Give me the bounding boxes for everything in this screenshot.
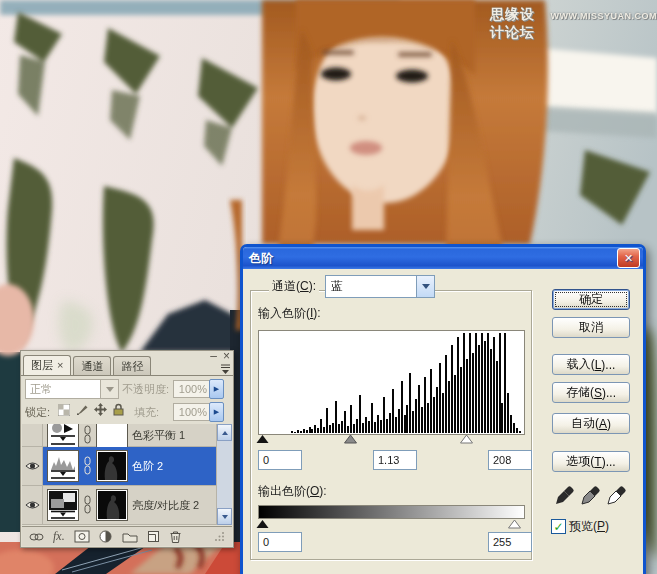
tab-layers[interactable]: 图层× bbox=[23, 355, 71, 375]
output-highlight-slider[interactable] bbox=[508, 519, 521, 529]
layer-name: 色阶 2 bbox=[132, 459, 163, 474]
eye-icon bbox=[25, 461, 40, 471]
screenshot-root: 思缘设计论坛 WWW.MISSYUAN.COM – × 图层× 通道 路径 正常… bbox=[0, 0, 657, 574]
scroll-up-button[interactable] bbox=[217, 424, 232, 441]
white-point-eyedropper-icon[interactable] bbox=[606, 482, 628, 506]
layer-style-fx-icon[interactable]: fx. bbox=[53, 529, 65, 544]
output-levels-label: 输出色阶(O): bbox=[255, 483, 330, 500]
panel-minimize-button[interactable]: – bbox=[210, 351, 217, 361]
input-levels-label: 输入色阶(I): bbox=[255, 305, 324, 322]
tab-paths[interactable]: 路径 bbox=[113, 356, 151, 375]
gray-point-eyedropper-icon[interactable] bbox=[580, 482, 602, 506]
layer-mask-thumbnail[interactable] bbox=[96, 489, 128, 521]
auto-button[interactable]: 自动(A) bbox=[552, 413, 630, 434]
output-gradient-bar bbox=[258, 505, 525, 519]
visibility-toggle[interactable] bbox=[22, 447, 43, 485]
input-sliders bbox=[258, 434, 523, 446]
dialog-titlebar[interactable]: 色阶 ✕ bbox=[243, 247, 643, 269]
lock-transparency-icon[interactable] bbox=[58, 404, 70, 416]
check-icon: ✓ bbox=[553, 521, 563, 533]
watermark-site-url: WWW.MISSYUAN.COM bbox=[551, 11, 657, 21]
input-shadow-slider[interactable] bbox=[256, 434, 269, 444]
mask-link-icon bbox=[83, 455, 92, 477]
link-layers-icon[interactable] bbox=[29, 531, 44, 543]
tab-close-icon[interactable]: × bbox=[57, 359, 63, 371]
layer-row-levels[interactable]: 色阶 2 bbox=[22, 447, 232, 486]
channel-select[interactable]: 蓝 bbox=[325, 275, 435, 298]
adjustment-thumbnail-color-balance[interactable] bbox=[47, 424, 79, 449]
adjustment-thumbnail-brightness-contrast[interactable] bbox=[47, 489, 79, 521]
load-button[interactable]: 载入(L)... bbox=[552, 354, 630, 375]
channel-value: 蓝 bbox=[326, 278, 416, 295]
new-adjustment-layer-icon[interactable] bbox=[99, 530, 113, 543]
layer-mask-thumbnail[interactable] bbox=[96, 424, 128, 449]
fill-value[interactable]: 100% bbox=[173, 403, 211, 421]
visibility-toggle[interactable] bbox=[22, 486, 43, 524]
chevron-down-icon[interactable] bbox=[100, 380, 118, 398]
fill-label: 填充: bbox=[134, 405, 159, 420]
tab-divider bbox=[21, 375, 233, 376]
layers-panel: – × 图层× 通道 路径 正常 不透明度: 100% ▶ 锁定: 填充: bbox=[20, 350, 234, 548]
dialog-close-button[interactable]: ✕ bbox=[617, 248, 640, 268]
dialog-client-area: 通道(C): 蓝 输入色阶(I): 0 1.13 208 输出色阶(O): bbox=[243, 269, 643, 574]
input-highlight-slider[interactable] bbox=[460, 434, 473, 444]
layer-mask-thumbnail[interactable] bbox=[96, 450, 128, 482]
eye-icon bbox=[25, 500, 40, 510]
save-button[interactable]: 存储(S)... bbox=[552, 382, 630, 403]
layers-list: 色彩平衡 1 色阶 2 bbox=[22, 424, 232, 525]
panel-close-button[interactable]: × bbox=[223, 351, 230, 361]
input-gamma-field[interactable]: 1.13 bbox=[373, 450, 417, 470]
preview-checkbox[interactable]: ✓ bbox=[551, 519, 566, 534]
delete-layer-trash-icon[interactable] bbox=[169, 530, 182, 543]
histogram bbox=[258, 330, 525, 435]
blend-mode-select[interactable]: 正常 bbox=[25, 379, 119, 399]
black-point-eyedropper-icon[interactable] bbox=[554, 482, 576, 506]
panel-tabs: 图层× 通道 路径 bbox=[23, 356, 153, 375]
lock-label: 锁定: bbox=[25, 405, 50, 420]
add-mask-icon[interactable] bbox=[74, 530, 90, 543]
layers-panel-footer: fx. bbox=[22, 526, 232, 546]
lock-icons bbox=[58, 403, 124, 416]
mask-link-icon bbox=[83, 494, 92, 516]
adjustment-thumbnail-levels[interactable] bbox=[47, 450, 79, 482]
lock-position-move-icon[interactable] bbox=[94, 403, 107, 416]
opacity-slider-button[interactable]: ▶ bbox=[209, 379, 224, 399]
input-gamma-slider[interactable] bbox=[344, 434, 357, 444]
output-shadow-slider[interactable] bbox=[256, 519, 269, 529]
levels-dialog: 色阶 ✕ 通道(C): 蓝 输入色阶(I): 0 1.13 208 输出色阶(O bbox=[240, 244, 646, 574]
histogram-bars bbox=[261, 333, 522, 433]
blend-mode-value: 正常 bbox=[26, 382, 100, 397]
output-sliders bbox=[258, 519, 523, 531]
fill-slider-button[interactable]: ▶ bbox=[209, 402, 224, 422]
layer-name: 色彩平衡 1 bbox=[132, 428, 185, 443]
lock-all-icon[interactable] bbox=[113, 403, 124, 416]
scroll-down-button[interactable] bbox=[217, 508, 232, 525]
input-shadow-field[interactable]: 0 bbox=[258, 450, 302, 470]
opacity-value[interactable]: 100% bbox=[173, 380, 211, 398]
panel-resize-grip[interactable] bbox=[214, 531, 225, 542]
new-group-folder-icon[interactable] bbox=[122, 531, 138, 543]
cancel-button[interactable]: 取消 bbox=[552, 317, 630, 338]
layers-scrollbar[interactable] bbox=[216, 424, 232, 525]
preview-label: 预览(P) bbox=[566, 518, 612, 535]
mask-link-icon bbox=[83, 424, 92, 446]
new-layer-icon[interactable] bbox=[147, 530, 160, 543]
output-shadow-field[interactable]: 0 bbox=[258, 532, 302, 552]
input-highlight-field[interactable]: 208 bbox=[488, 450, 532, 470]
options-button[interactable]: 选项(T)... bbox=[552, 451, 630, 472]
watermark-site-name: 思缘设计论坛 bbox=[490, 6, 545, 42]
tab-channels[interactable]: 通道 bbox=[73, 356, 111, 375]
layer-name: 亮度/对比度 2 bbox=[132, 498, 199, 513]
channel-label: 通道(C): bbox=[269, 278, 319, 295]
opacity-label: 不透明度: bbox=[122, 382, 169, 397]
chevron-down-icon[interactable] bbox=[416, 276, 434, 297]
visibility-toggle[interactable] bbox=[22, 424, 43, 446]
output-highlight-field[interactable]: 255 bbox=[488, 532, 532, 552]
panel-window-buttons: – × bbox=[210, 351, 230, 361]
ok-button[interactable]: 确定 bbox=[552, 289, 630, 310]
layer-row-brightness-contrast[interactable]: 亮度/对比度 2 bbox=[22, 486, 232, 525]
dialog-title: 色阶 bbox=[249, 250, 273, 267]
watermark: 思缘设计论坛 WWW.MISSYUAN.COM bbox=[490, 6, 657, 42]
layer-row-color-balance[interactable]: 色彩平衡 1 bbox=[22, 424, 232, 447]
lock-pixels-brush-icon[interactable] bbox=[76, 404, 88, 416]
